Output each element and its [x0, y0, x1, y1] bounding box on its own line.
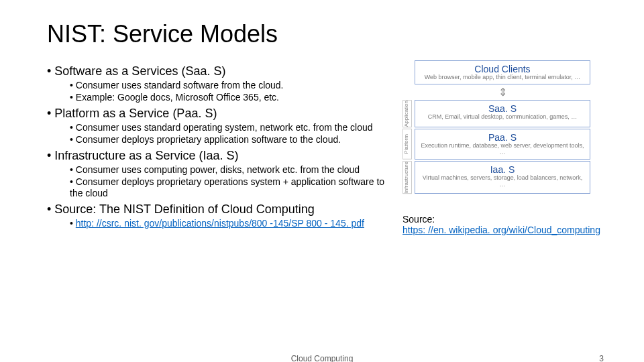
bullet-paas: Platform as a Service (Paa. S) Consumer …	[47, 107, 396, 145]
bullet-saas: Software as a Services (Saa. S) Consumer…	[47, 64, 396, 103]
bullet-iaas: Infrastructure as a Service (Iaa. S) Con…	[47, 149, 396, 198]
sub-bullet: Consumer uses standard software from the…	[70, 80, 396, 90]
source-label: Source:	[402, 214, 435, 225]
sub-bullet: Consumer deploys proprietary operations …	[70, 176, 396, 198]
nist-link[interactable]: http: //csrc. nist. gov/publications/nis…	[76, 218, 364, 229]
diagram-label-infrastructure: Infrastructure	[402, 161, 412, 194]
diagram-label-platform: Platform	[402, 129, 412, 160]
bullet-text: Platform as a Service (Paa. S)	[54, 107, 217, 120]
diagram-box-sub: CRM, Email, virtual desktop, communicati…	[419, 114, 586, 121]
diagram-iaas-box: Iaa. S Virtual machines, servers, storag…	[415, 161, 590, 194]
diagram-box-title: Paa. S	[419, 132, 586, 143]
bullet-text: Infrastructure as a Service (Iaa. S)	[54, 149, 238, 162]
cloud-stack-diagram: Cloud Clients Web browser, mobile app, t…	[402, 60, 590, 194]
diagram-box-sub: Execution runtime, database, web server,…	[419, 143, 586, 156]
diagram-saas-box: Saa. S CRM, Email, virtual desktop, comm…	[415, 100, 590, 127]
bidirectional-arrow-icon: ⇕	[415, 86, 590, 99]
diagram-box-sub: Web browser, mobile app, thin client, te…	[419, 74, 586, 81]
image-source: Source: https: //en. wikipedia. org/wiki…	[402, 214, 604, 235]
page-number: 3	[599, 354, 604, 362]
sub-bullet: Example: Google docs, Microsoft Office 3…	[70, 92, 396, 103]
diagram-box-title: Cloud Clients	[419, 64, 586, 74]
sub-bullet: http: //csrc. nist. gov/publications/nis…	[70, 218, 396, 229]
diagram-label-application: Application	[402, 100, 412, 127]
bullet-area: Software as a Services (Saa. S) Consumer…	[47, 60, 396, 235]
wikipedia-link[interactable]: https: //en. wikipedia. org/wiki/Cloud_c…	[402, 225, 600, 235]
bullet-text: Source: The NIST Definition of Cloud Com…	[54, 202, 315, 216]
slide-title: NIST: Service Models	[47, 20, 604, 48]
diagram-paas-box: Paa. S Execution runtime, database, web …	[415, 129, 590, 160]
sub-bullet: Consumer uses computing power, disks, ne…	[70, 164, 396, 175]
diagram-box-sub: Virtual machines, servers, storage, load…	[419, 175, 586, 188]
sub-bullet: Consumer uses standard operating system,…	[70, 122, 396, 133]
diagram-box-title: Saa. S	[419, 103, 586, 114]
bullet-source: Source: The NIST Definition of Cloud Com…	[47, 202, 396, 229]
footer-title: Cloud Computing	[291, 354, 354, 362]
sub-bullet: Consumer deploys proprietary application…	[70, 134, 396, 145]
bullet-text: Software as a Services (Saa. S)	[54, 64, 225, 78]
diagram-box-title: Iaa. S	[419, 164, 586, 175]
diagram-clients-box: Cloud Clients Web browser, mobile app, t…	[415, 60, 590, 84]
